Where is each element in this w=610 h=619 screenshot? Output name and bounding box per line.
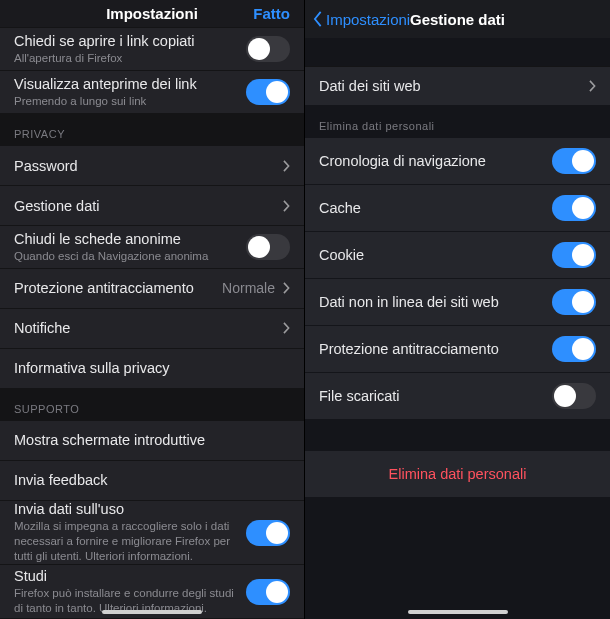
row-label: File scaricati	[319, 388, 400, 404]
row-link-previews[interactable]: Visualizza anteprime dei link Premendo a…	[0, 71, 304, 114]
toggle-downloads[interactable]	[552, 383, 596, 409]
row-sublabel: All'apertura di Firefox	[14, 51, 246, 66]
header-bar: Impostazioni Fatto	[0, 0, 304, 27]
row-notifications[interactable]: Notifiche	[0, 309, 304, 349]
chevron-right-icon	[283, 322, 290, 334]
toggle-tracking[interactable]	[552, 336, 596, 362]
row-label: Cookie	[319, 247, 364, 263]
home-indicator[interactable]	[408, 610, 508, 614]
row-label: Invia feedback	[14, 472, 108, 488]
row-close-private-tabs[interactable]: Chiudi le schede anonime Quando esci da …	[0, 226, 304, 269]
section-privacy: PRIVACY	[0, 114, 304, 146]
toggle-preview[interactable]	[246, 79, 290, 105]
row-sublabel: Mozilla si impegna a raccogliere solo i …	[14, 519, 246, 564]
chevron-right-icon	[589, 80, 596, 92]
row-offline-data[interactable]: Dati non in linea dei siti web	[305, 279, 610, 326]
row-downloads[interactable]: File scaricati	[305, 373, 610, 420]
toggle-studies[interactable]	[246, 579, 290, 605]
clear-data-button[interactable]: Elimina dati personali	[305, 450, 610, 498]
row-clipboard-links[interactable]: Chiedi se aprire i link copiati All'aper…	[0, 27, 304, 71]
row-label: Protezione antitracciamento	[14, 280, 194, 296]
page-title: Impostazioni	[106, 5, 198, 22]
row-label: Gestione dati	[14, 198, 99, 214]
row-cache[interactable]: Cache	[305, 185, 610, 232]
row-tracking-protection[interactable]: Protezione antitracciamento Normale	[0, 269, 304, 309]
row-password[interactable]: Password	[0, 146, 304, 186]
row-label: Chiudi le schede anonime	[14, 231, 246, 247]
home-indicator[interactable]	[102, 610, 202, 614]
row-label: Dati non in linea dei siti web	[319, 294, 499, 310]
row-send-feedback[interactable]: Invia feedback	[0, 461, 304, 501]
back-label: Impostazioni	[326, 11, 410, 28]
chevron-right-icon	[283, 282, 290, 294]
row-label: Cronologia di navigazione	[319, 153, 486, 169]
toggle-history[interactable]	[552, 148, 596, 174]
row-privacy-info[interactable]: Informativa sulla privacy	[0, 349, 304, 389]
toggle-close-private[interactable]	[246, 234, 290, 260]
row-cookies[interactable]: Cookie	[305, 232, 610, 279]
row-website-data[interactable]: Dati dei siti web	[305, 66, 610, 106]
toggle-usage[interactable]	[246, 520, 290, 546]
row-show-intro[interactable]: Mostra schermate introduttive	[0, 421, 304, 461]
row-label: Studi	[14, 568, 246, 584]
row-value: Normale	[222, 280, 275, 296]
back-button[interactable]: Impostazioni	[313, 11, 410, 28]
row-label: Notifiche	[14, 320, 70, 336]
row-label: Mostra schermate introduttive	[14, 432, 205, 448]
row-sublabel: Quando esci da Navigazione anonima	[14, 249, 246, 264]
row-tracking-protection[interactable]: Protezione antitracciamento	[305, 326, 610, 373]
row-sublabel: Premendo a lungo sui link	[14, 94, 246, 109]
row-label: Cache	[319, 200, 361, 216]
section-clear-data: Elimina dati personali	[305, 106, 610, 138]
chevron-left-icon	[313, 11, 323, 27]
toggle-cookie[interactable]	[552, 242, 596, 268]
row-label: Dati dei siti web	[319, 78, 421, 94]
page-title: Gestione dati	[410, 11, 505, 28]
row-data-management[interactable]: Gestione dati	[0, 186, 304, 226]
toggle-clipboard[interactable]	[246, 36, 290, 62]
destructive-label: Elimina dati personali	[389, 466, 527, 482]
row-label: Informativa sulla privacy	[14, 360, 170, 376]
chevron-right-icon	[283, 160, 290, 172]
done-button[interactable]: Fatto	[253, 5, 290, 22]
row-usage-data[interactable]: Invia dati sull'uso Mozilla si impegna a…	[0, 501, 304, 565]
toggle-cache[interactable]	[552, 195, 596, 221]
chevron-right-icon	[283, 200, 290, 212]
row-browsing-history[interactable]: Cronologia di navigazione	[305, 138, 610, 185]
row-label: Invia dati sull'uso	[14, 501, 246, 517]
section-support: SUPPORTO	[0, 389, 304, 421]
row-label: Protezione antitracciamento	[319, 341, 499, 357]
row-label: Visualizza anteprime dei link	[14, 76, 246, 92]
row-label: Chiedi se aprire i link copiati	[14, 33, 246, 49]
toggle-offline[interactable]	[552, 289, 596, 315]
header-bar: Impostazioni Gestione dati	[305, 0, 610, 38]
row-label: Password	[14, 158, 78, 174]
